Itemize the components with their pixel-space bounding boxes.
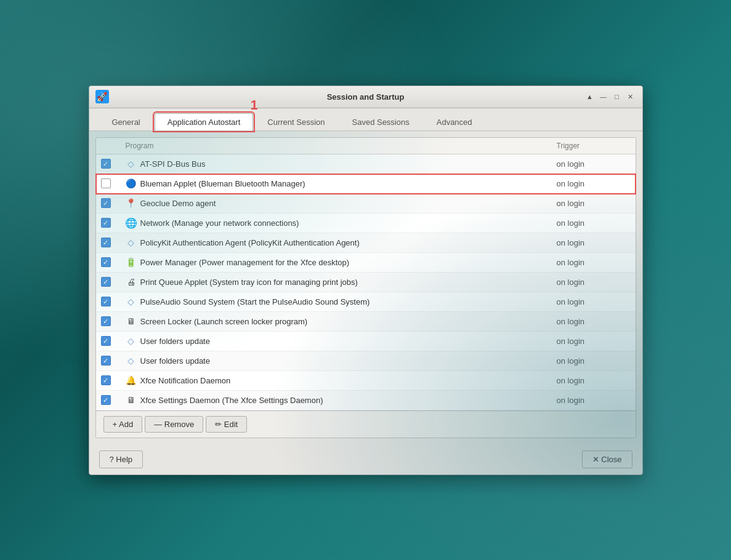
at-spi-icon: ◇: [126, 158, 137, 169]
xfce-settings-trigger: on login: [557, 396, 631, 405]
policykit-label: PolicyKit Authentication Agent (PolicyKi…: [140, 238, 360, 247]
content-area: Program Trigger ✓ ◇ AT-SPI D-Bus Bus on …: [95, 137, 636, 438]
checkbox-xfce-notification[interactable]: ✓: [101, 375, 111, 385]
program-column-header: Program: [126, 142, 557, 150]
checkbox-policykit[interactable]: ✓: [101, 238, 111, 247]
row-program-geoclue: 📍 Geoclue Demo agent: [126, 198, 557, 209]
power-label: Power Manager (Power management for the …: [140, 258, 350, 267]
table-row: ✓ ◇ PolicyKit Authentication Agent (Poli…: [96, 233, 636, 253]
checkbox-userfolders2[interactable]: ✓: [101, 356, 111, 366]
add-button[interactable]: + Add: [103, 416, 143, 433]
row-program-network: 🌐 Network (Manage your network connectio…: [126, 217, 557, 228]
print-trigger: on login: [557, 278, 631, 287]
screenlocker-icon: 🖥: [126, 316, 137, 327]
blueman-icon: 🔵: [126, 178, 137, 189]
checkbox-geoclue[interactable]: ✓: [101, 198, 111, 208]
screenlocker-label: Screen Locker (Launch screen locker prog…: [140, 317, 308, 326]
table-row: ✓ ◇ User folders update on login: [96, 332, 636, 351]
tab-general[interactable]: General: [99, 113, 153, 130]
row-program-userfolders2: ◇ User folders update: [126, 355, 557, 366]
checkbox-xfce-settings[interactable]: ✓: [101, 395, 111, 405]
checkbox-power[interactable]: ✓: [101, 257, 111, 267]
tab-saved-sessions[interactable]: Saved Sessions: [339, 113, 422, 130]
restore-button[interactable]: □: [612, 91, 623, 102]
table-row: ✓ 📍 Geoclue Demo agent on login: [96, 194, 636, 214]
table-row: 🔵 Blueman Applet (Blueman Bluetooth Mana…: [96, 174, 636, 194]
bottombar: ? Help ✕ Close: [89, 444, 642, 474]
titlebar-left: 🚀: [95, 90, 109, 103]
print-label: Print Queue Applet (System tray icon for…: [140, 278, 358, 287]
xfce-notification-icon: 🔔: [126, 375, 137, 386]
print-icon: 🖨: [126, 276, 137, 287]
close-button[interactable]: ✕ Close: [582, 450, 632, 468]
userfolders2-icon: ◇: [126, 355, 137, 366]
trigger-column-header: Trigger: [557, 142, 631, 150]
minimize-button[interactable]: —: [598, 91, 609, 102]
geoclue-icon: 📍: [126, 198, 137, 209]
table-row: ✓ 🖥 Screen Locker (Launch screen locker …: [96, 312, 636, 332]
userfolders2-label: User folders update: [140, 356, 210, 366]
table-row: ✓ 🔋 Power Manager (Power management for …: [96, 253, 636, 273]
xfce-notification-label: Xfce Notification Daemon: [140, 376, 231, 385]
tab-advanced[interactable]: Advanced: [424, 113, 485, 130]
row-program-xfce-settings: 🖥 Xfce Settings Daemon (The Xfce Setting…: [126, 394, 557, 406]
table-row: ✓ ◇ AT-SPI D-Bus Bus on login: [96, 154, 636, 174]
xfce-settings-label: Xfce Settings Daemon (The Xfce Settings …: [140, 396, 323, 405]
row-program-pulse: ◇ PulseAudio Sound System (Start the Pul…: [126, 296, 557, 307]
power-trigger: on login: [557, 258, 631, 267]
close-titlebar-button[interactable]: ✕: [625, 91, 636, 102]
row-program-power: 🔋 Power Manager (Power management for th…: [126, 257, 557, 268]
userfolders1-label: User folders update: [140, 337, 210, 346]
xfce-settings-icon: 🖥: [126, 394, 137, 406]
table-row: ✓ 🔔 Xfce Notification Daemon on login: [96, 371, 636, 391]
help-button[interactable]: ? Help: [99, 450, 143, 468]
network-icon: 🌐: [126, 217, 137, 228]
geoclue-label: Geoclue Demo agent: [140, 199, 216, 208]
userfolders1-icon: ◇: [126, 335, 137, 346]
row-program-userfolders1: ◇ User folders update: [126, 335, 557, 346]
table-row: ✓ ◇ PulseAudio Sound System (Start the P…: [96, 292, 636, 312]
tabbar-wrapper: 1 General Application Autostart Current …: [89, 108, 642, 131]
blueman-label: Blueman Applet (Blueman Bluetooth Manage…: [140, 179, 305, 188]
main-window: 🚀 Session and Startup ▲ — □ ✕ 1 General …: [89, 86, 643, 475]
row-program-xfce-notification: 🔔 Xfce Notification Daemon: [126, 375, 557, 386]
pulse-icon: ◇: [126, 296, 137, 307]
table-header: Program Trigger: [96, 138, 636, 154]
power-icon: 🔋: [126, 257, 137, 268]
screenlocker-trigger: on login: [557, 317, 631, 326]
tabbar: General Application Autostart Current Se…: [89, 108, 642, 131]
tab-autostart[interactable]: Application Autostart: [155, 113, 254, 130]
userfolders1-trigger: on login: [557, 337, 631, 346]
pulse-label: PulseAudio Sound System (Start the Pulse…: [140, 297, 370, 306]
blueman-trigger: on login: [557, 179, 631, 188]
checkbox-userfolders1[interactable]: ✓: [101, 336, 111, 346]
at-spi-trigger: on login: [557, 159, 631, 169]
tab-current-session[interactable]: Current Session: [254, 113, 337, 130]
network-label: Network (Manage your network connections…: [140, 218, 299, 228]
table-row: ✓ 🌐 Network (Manage your network connect…: [96, 214, 636, 233]
app-icon: 🚀: [95, 90, 109, 103]
checkbox-network[interactable]: ✓: [101, 218, 111, 228]
remove-button[interactable]: — Remove: [145, 416, 203, 433]
checkbox-pulse[interactable]: ✓: [101, 297, 111, 306]
checkbox-print[interactable]: ✓: [101, 277, 111, 287]
window-title: Session and Startup: [327, 92, 405, 102]
table-row: ✓ 🖥 Xfce Settings Daemon (The Xfce Setti…: [96, 391, 636, 410]
table-toolbar: + Add — Remove ✏ Edit: [96, 410, 636, 438]
table-row: ✓ 🖨 Print Queue Applet (System tray icon…: [96, 273, 636, 292]
policykit-trigger: on login: [557, 238, 631, 247]
at-spi-label: AT-SPI D-Bus Bus: [140, 159, 206, 169]
maximize-up-button[interactable]: ▲: [584, 91, 596, 102]
titlebar-controls: ▲ — □ ✕: [584, 91, 636, 102]
checkbox-blueman[interactable]: [101, 178, 111, 188]
table-row: ✓ ◇ User folders update on login: [96, 351, 636, 371]
row-program-screenlocker: 🖥 Screen Locker (Launch screen locker pr…: [126, 316, 557, 327]
checkbox-column-header: [101, 142, 126, 150]
edit-button[interactable]: ✏ Edit: [206, 416, 247, 433]
checkbox-at-spi[interactable]: ✓: [101, 159, 111, 169]
xfce-notification-trigger: on login: [557, 376, 631, 385]
row-program-at-spi: ◇ AT-SPI D-Bus Bus: [126, 158, 557, 169]
userfolders2-trigger: on login: [557, 356, 631, 366]
checkbox-screenlocker[interactable]: ✓: [101, 316, 111, 326]
titlebar: 🚀 Session and Startup ▲ — □ ✕: [89, 86, 642, 108]
